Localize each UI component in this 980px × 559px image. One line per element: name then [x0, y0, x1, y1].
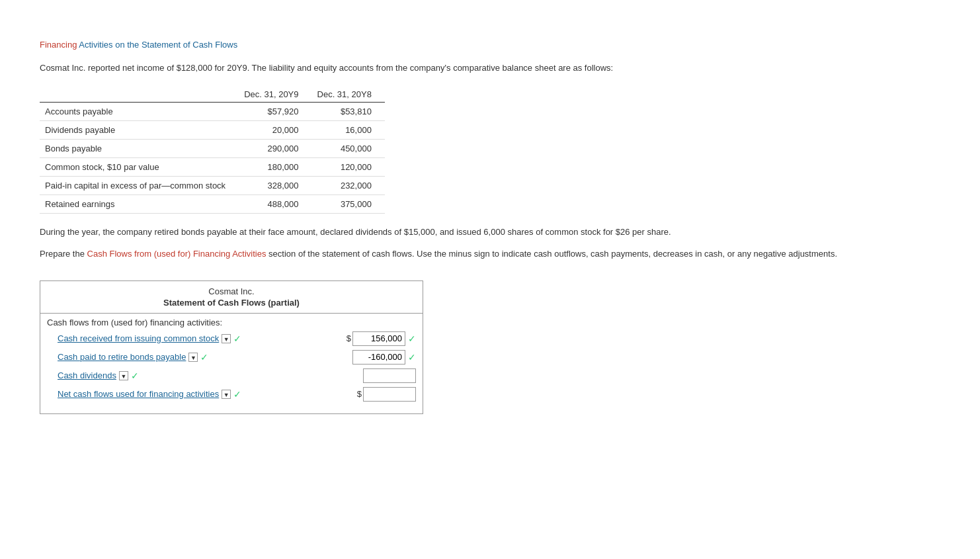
- statement-body: Cash flows from (used for) financing act…: [40, 314, 423, 413]
- row-label: Bonds payable: [40, 139, 239, 157]
- balance-table: Dec. 31, 20Y9 Dec. 31, 20Y8 Accounts pay…: [40, 87, 385, 214]
- row-label: Accounts payable: [40, 102, 239, 120]
- row-label: Paid-in capital in excess of par—common …: [40, 176, 239, 194]
- row-y8: 120,000: [312, 157, 385, 176]
- col1-header: [40, 87, 239, 103]
- table-row: Accounts payable $57,920 $53,810: [40, 102, 385, 120]
- row-label-link-0[interactable]: Cash received from issuing common stock: [58, 333, 219, 343]
- table-row: Common stock, $10 par value 180,000 120,…: [40, 157, 385, 176]
- row-label: Common stock, $10 par value: [40, 157, 239, 176]
- row-y9: 180,000: [239, 157, 311, 176]
- value-input-3[interactable]: [363, 387, 416, 402]
- row-label-link-3[interactable]: Net cash flows used for financing activi…: [58, 389, 219, 399]
- instruction-text: Prepare the Cash Flows from (used for) F…: [40, 247, 940, 261]
- statement-company: Cosmat Inc.: [40, 281, 423, 298]
- dropdown-arrow-0[interactable]: ▼: [222, 334, 231, 343]
- row-y9: 328,000: [239, 176, 311, 194]
- col2-header: Dec. 31, 20Y9: [239, 87, 311, 103]
- dropdown-arrow-3[interactable]: ▼: [222, 390, 231, 399]
- dollar-sign-0: $: [347, 333, 351, 343]
- check-mark-1: ✓: [200, 352, 208, 363]
- check-mark-0: ✓: [233, 333, 241, 344]
- row-label-link-1[interactable]: Cash paid to retire bonds payable: [58, 352, 186, 362]
- row-y9: $57,920: [239, 102, 311, 120]
- statement-row-2: Cash dividends▼✓: [47, 368, 416, 383]
- row-y9: 20,000: [239, 120, 311, 139]
- total-row: Net cash flows used for financing activi…: [47, 387, 416, 402]
- row-y9: 488,000: [239, 194, 311, 213]
- intro-text: Cosmat Inc. reported net income of $128,…: [40, 62, 940, 75]
- check-after-input-0: ✓: [408, 333, 416, 344]
- row-y8: 232,000: [312, 176, 385, 194]
- dropdown-arrow-2[interactable]: ▼: [119, 371, 128, 380]
- table-row: Paid-in capital in excess of par—common …: [40, 176, 385, 194]
- table-row: Dividends payable 20,000 16,000: [40, 120, 385, 139]
- check-after-input-1: ✓: [408, 352, 416, 363]
- value-input-1[interactable]: [352, 350, 405, 365]
- table-row: Retained earnings 488,000 375,000: [40, 194, 385, 213]
- check-mark-2: ✓: [131, 370, 139, 381]
- dropdown-arrow-1[interactable]: ▼: [188, 353, 198, 362]
- total-dollar-sign: $: [357, 389, 362, 399]
- row-y8: $53,810: [312, 102, 385, 120]
- value-input-2[interactable]: [363, 368, 416, 383]
- row-y8: 16,000: [312, 120, 385, 139]
- row-y9: 290,000: [239, 139, 311, 157]
- statement-row-1: Cash paid to retire bonds payable▼✓✓: [47, 350, 416, 365]
- value-input-0[interactable]: [352, 331, 405, 346]
- row-y8: 450,000: [312, 139, 385, 157]
- note-text: During the year, the company retired bon…: [40, 226, 940, 239]
- col3-header: Dec. 31, 20Y8: [312, 87, 385, 103]
- row-label: Dividends payable: [40, 120, 239, 139]
- table-row: Bonds payable 290,000 450,000: [40, 139, 385, 157]
- title-financing: Financing: [40, 40, 77, 50]
- row-y8: 375,000: [312, 194, 385, 213]
- page-title: Financing Activities on the Statement of…: [40, 40, 940, 50]
- title-rest: Activities on the Statement of Cash Flow…: [77, 40, 237, 50]
- row-label: Retained earnings: [40, 194, 239, 213]
- row-label-link-2[interactable]: Cash dividends: [58, 370, 116, 380]
- section-header: Cash flows from (used for) financing act…: [47, 318, 416, 327]
- statement-row-0: Cash received from issuing common stock▼…: [47, 331, 416, 346]
- statement-title: Statement of Cash Flows (partial): [40, 298, 423, 314]
- check-mark-3: ✓: [233, 389, 241, 400]
- statement-container: Cosmat Inc. Statement of Cash Flows (par…: [40, 280, 423, 414]
